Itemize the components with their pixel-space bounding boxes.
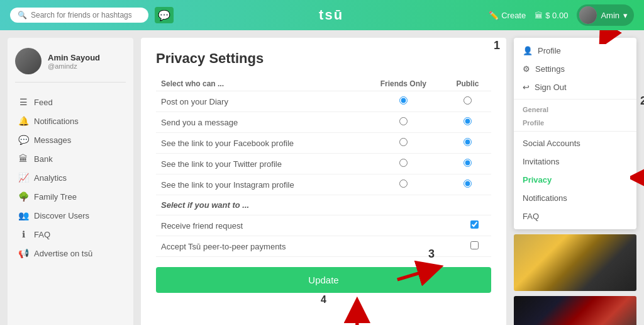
row-public-radio[interactable] (444, 112, 491, 133)
page-layout: Amin Sayoud @amindz ☰ Feed 🔔 Notificatio… (0, 30, 644, 325)
bank-icon: 🏛 (535, 11, 543, 20)
checkbox-payments[interactable] (470, 241, 479, 249)
profile-label: Profile (538, 46, 561, 55)
bank-icon: 🏛 (18, 154, 29, 164)
radio-friends-message[interactable] (399, 117, 408, 125)
right-panel: 2 👤 Profile ⚙ Settings ↩ Sign O (514, 38, 636, 325)
dropdown-faq[interactable]: FAQ (514, 207, 636, 225)
analytics-label: Analytics (34, 173, 67, 183)
thumbnail-atv (514, 234, 636, 291)
dropdown-signout[interactable]: ↩ Sign Out (514, 78, 636, 96)
radio-friends-diary[interactable] (399, 96, 408, 105)
create-button[interactable]: ✏️ Create (489, 11, 526, 20)
profile-section: Profile (514, 115, 636, 128)
search-icon: 🔍 (18, 11, 27, 20)
sidebar-item-bank[interactable]: 🏛 Bank (15, 149, 126, 168)
table-row: See the link to your Facebook profile (156, 133, 491, 154)
sidebar-handle: @amindz (48, 62, 100, 70)
bank-label: Bank (34, 154, 53, 164)
dropdown-notifications[interactable]: Notifications (514, 189, 636, 207)
row-public-radio[interactable] (444, 154, 491, 174)
site-logo: tsū (319, 7, 343, 23)
search-bar[interactable]: 🔍 (10, 8, 148, 23)
row-checkbox[interactable] (363, 215, 491, 236)
sidebar-item-faq[interactable]: ℹ FAQ (15, 225, 126, 244)
sidebar-item-advertise[interactable]: 📢 Advertise on tsū (15, 244, 126, 263)
analytics-icon: 📈 (18, 173, 29, 183)
radio-friends-facebook[interactable] (399, 138, 408, 146)
col-header-friends: Friends Only (363, 77, 444, 91)
dropdown-profile[interactable]: 👤 Profile (514, 42, 636, 60)
top-navigation: 🔍 💬 tsū ✏️ Create 🏛 $ 0.00 Amin ▾ (0, 0, 644, 30)
radio-public-facebook[interactable] (464, 138, 472, 146)
update-button[interactable]: Update (156, 267, 491, 293)
dropdown-social[interactable]: Social Accounts (514, 134, 636, 152)
chevron-down-icon: ▾ (623, 11, 628, 20)
row-label: See the link to your Twitter profile (156, 154, 363, 174)
sidebar-avatar (15, 48, 42, 74)
row-public-radio[interactable] (444, 174, 491, 195)
discover-icon: 👥 (18, 210, 29, 220)
messages-label: Messages (34, 135, 71, 145)
profile-icon: 👤 (523, 46, 533, 55)
avatar (579, 6, 597, 24)
checkbox-friend-request[interactable] (470, 220, 479, 229)
page-title: Privacy Settings (156, 50, 491, 67)
sidebar-item-analytics[interactable]: 📈 Analytics (15, 168, 126, 187)
bank-balance[interactable]: 🏛 $ 0.00 (535, 11, 568, 20)
table-row: Receive friend request (156, 215, 491, 236)
divider (514, 99, 636, 100)
sidebar-item-notifications[interactable]: 🔔 Notifications (15, 111, 126, 130)
row-friends-radio[interactable] (363, 154, 444, 174)
annotation-4: 4 (321, 294, 326, 305)
radio-public-instagram[interactable] (464, 180, 472, 188)
radio-public-message[interactable] (464, 117, 472, 125)
general-section: General (514, 102, 636, 115)
username-label: Amin (601, 11, 619, 20)
gear-icon: ⚙ (523, 64, 530, 74)
dropdown-invitations[interactable]: Invitations (514, 152, 636, 171)
sidebar-username: Amin Sayoud (48, 53, 100, 62)
row-label: Receive friend request (156, 215, 363, 236)
privacy-table: Select who can ... Friends Only Public P… (156, 77, 491, 257)
row-friends-radio[interactable] (363, 133, 444, 154)
chat-icon[interactable]: 💬 (155, 7, 174, 23)
search-input[interactable] (31, 11, 131, 20)
divider (514, 131, 636, 132)
privacy-label: Privacy (523, 175, 552, 185)
table-row: Accept Tsū peer-to-peer payments (156, 236, 491, 257)
dropdown-settings[interactable]: ⚙ Settings (514, 60, 636, 78)
row-public-radio[interactable] (444, 133, 491, 154)
row-friends-radio[interactable] (363, 112, 444, 133)
messages-icon: 💬 (18, 135, 29, 145)
faq-link-label: FAQ (523, 212, 539, 221)
sidebar-item-feed[interactable]: ☰ Feed (15, 93, 126, 111)
col-header-who: Select who can ... (156, 77, 363, 91)
signout-icon: ↩ (523, 83, 530, 92)
faq-label: FAQ (34, 230, 50, 239)
row-label: Accept Tsū peer-to-peer payments (156, 236, 363, 257)
social-label: Social Accounts (523, 139, 580, 148)
user-menu-trigger[interactable]: Amin ▾ (577, 4, 634, 26)
radio-friends-twitter[interactable] (399, 159, 408, 167)
row-friends-radio[interactable] (363, 174, 444, 195)
notifications-icon: 🔔 (18, 116, 29, 126)
sidebar-item-family-tree[interactable]: 🌳 Family Tree (15, 187, 126, 206)
radio-public-twitter[interactable] (464, 159, 472, 167)
create-label: Create (501, 11, 526, 20)
family-tree-icon: 🌳 (18, 191, 29, 202)
row-friends-radio[interactable] (363, 91, 444, 112)
row-label: See the link to your Facebook profile (156, 133, 363, 154)
radio-friends-instagram[interactable] (399, 180, 408, 188)
table-row: Post on your Diary (156, 91, 491, 112)
row-public-radio[interactable] (444, 91, 491, 112)
dropdown-privacy[interactable]: Privacy (514, 171, 636, 189)
balance-amount: $ 0.00 (545, 11, 568, 20)
sidebar-item-discover[interactable]: 👥 Discover Users (15, 206, 126, 225)
row-checkbox[interactable] (363, 236, 491, 257)
sidebar-item-messages[interactable]: 💬 Messages (15, 130, 126, 149)
feed-icon: ☰ (18, 97, 29, 107)
notifications-label: Notifications (34, 117, 79, 126)
settings-label: Settings (535, 64, 565, 74)
radio-public-diary[interactable] (464, 96, 472, 105)
